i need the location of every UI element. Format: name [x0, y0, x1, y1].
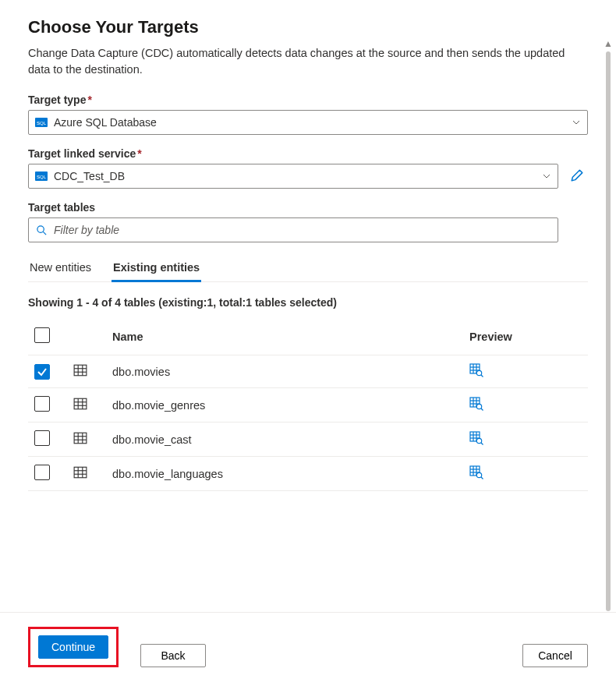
target-type-select[interactable]: SQL Azure SQL Database [28, 110, 588, 135]
table-icon [73, 431, 87, 445]
scroll-up-icon: ▲ [604, 39, 613, 48]
filter-table-box[interactable] [28, 217, 558, 242]
tab-new-entities[interactable]: New entities [28, 255, 93, 281]
svg-text:SQL: SQL [37, 175, 47, 179]
target-linked-service-select[interactable]: SQL CDC_Test_DB [28, 164, 558, 189]
target-tables-label: Target tables [28, 201, 558, 214]
svg-rect-42 [74, 467, 87, 478]
sql-database-icon: SQL [35, 116, 48, 129]
sql-database-icon: SQL [35, 170, 48, 182]
table-row: dbo.movie_cast [28, 423, 588, 457]
back-button[interactable]: Back [140, 644, 206, 667]
table-name: dbo.movies [112, 366, 170, 378]
row-checkbox[interactable] [34, 430, 50, 446]
row-checkbox[interactable] [34, 465, 50, 480]
target-type-group: Target type* SQL Azure SQL Database [28, 94, 588, 135]
target-linked-service-label: Target linked service* [28, 147, 588, 160]
target-linked-service-value: CDC_Test_DB [54, 170, 542, 182]
chevron-down-icon [572, 118, 581, 127]
entity-tabs: New entitiesExisting entities [28, 255, 588, 282]
table-row: dbo.movie_languages [28, 457, 588, 491]
svg-line-41 [481, 443, 483, 445]
preview-button[interactable] [469, 465, 483, 479]
svg-point-40 [476, 438, 481, 443]
svg-text:SQL: SQL [37, 121, 47, 126]
required-asterisk: * [87, 94, 91, 106]
required-asterisk: * [137, 147, 141, 160]
preview-button[interactable] [469, 397, 483, 411]
column-header-preview: Preview [463, 320, 588, 355]
tab-existing-entities[interactable]: Existing entities [112, 255, 201, 281]
target-type-label-text: Target type [28, 94, 86, 106]
cancel-button[interactable]: Cancel [522, 644, 588, 667]
scroll-thumb[interactable] [606, 51, 611, 611]
column-header-name: Name [106, 320, 463, 355]
svg-point-52 [476, 472, 481, 477]
table-icon [73, 397, 87, 411]
svg-rect-30 [74, 433, 87, 444]
continue-highlight: Continue [28, 627, 119, 667]
target-linked-service-label-text: Target linked service [28, 147, 136, 160]
table-name: dbo.movie_languages [112, 468, 223, 480]
search-icon [35, 224, 48, 236]
filter-table-input[interactable] [52, 223, 551, 237]
target-linked-service-group: Target linked service* SQL CDC_Test_DB [28, 147, 588, 189]
row-checkbox[interactable] [34, 364, 50, 380]
edit-linked-service-button[interactable] [566, 165, 588, 187]
preview-button[interactable] [469, 363, 483, 377]
vertical-scrollbar[interactable]: ▲ ▼ [604, 39, 613, 624]
table-icon [73, 363, 87, 377]
svg-line-29 [481, 408, 483, 411]
table-name: dbo.movie_genres [112, 399, 205, 412]
svg-line-17 [481, 375, 483, 377]
select-all-checkbox[interactable] [34, 327, 50, 343]
page-description: Change Data Capture (CDC) automatically … [28, 45, 588, 78]
target-type-value: Azure SQL Database [54, 116, 572, 129]
target-tables-table: Name Preview dbo.moviesdbo.movie_genresd… [28, 320, 588, 491]
wizard-footer: Continue Back Cancel [0, 612, 616, 686]
row-checkbox[interactable] [34, 396, 50, 412]
table-row: dbo.movies [28, 355, 588, 388]
svg-point-4 [37, 225, 43, 232]
svg-point-28 [476, 404, 481, 408]
continue-button[interactable]: Continue [38, 635, 108, 659]
pencil-icon [570, 168, 584, 185]
target-type-label: Target type* [28, 94, 588, 106]
svg-line-53 [481, 477, 483, 479]
target-tables-group: Target tables [28, 201, 558, 242]
page-title: Choose Your Targets [28, 17, 588, 37]
table-icon [73, 465, 87, 479]
preview-button[interactable] [469, 431, 483, 445]
table-row: dbo.movie_genres [28, 388, 588, 423]
chevron-down-icon [542, 172, 551, 181]
svg-rect-18 [74, 398, 87, 409]
svg-line-5 [43, 232, 46, 235]
svg-rect-6 [74, 365, 87, 376]
table-name: dbo.movie_cast [112, 433, 192, 446]
table-summary: Showing 1 - 4 of 4 tables (existing:1, t… [28, 296, 588, 309]
svg-point-16 [476, 370, 481, 375]
